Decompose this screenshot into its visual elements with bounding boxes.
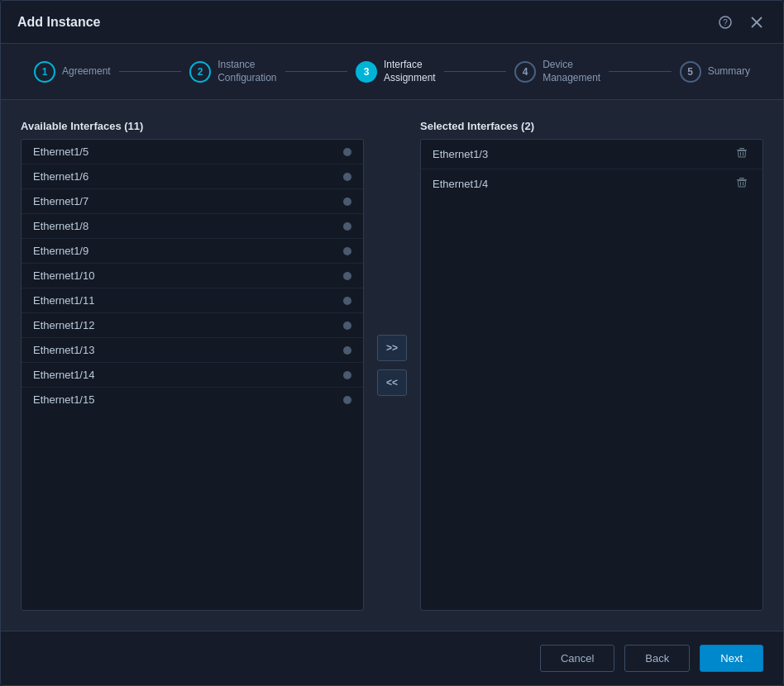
list-item[interactable]: Ethernet1/7 bbox=[22, 189, 363, 214]
interface-name: Ethernet1/11 bbox=[33, 294, 94, 307]
svg-rect-5 bbox=[739, 148, 744, 149]
step-1-label: Agreement bbox=[62, 65, 111, 79]
step-1[interactable]: 1 Agreement bbox=[34, 61, 111, 83]
selected-panel-title: Selected Interfaces (2) bbox=[420, 120, 763, 132]
step-5-label: Summary bbox=[708, 65, 750, 79]
list-item[interactable]: Ethernet1/3 bbox=[421, 140, 762, 169]
connector-2-3 bbox=[285, 71, 347, 72]
selected-panel: Selected Interfaces (2) Ethernet1/3 Ethe… bbox=[420, 120, 763, 611]
dot-indicator bbox=[343, 346, 351, 355]
step-3-label: InterfaceAssignment bbox=[384, 59, 436, 84]
list-item[interactable]: Ethernet1/5 bbox=[22, 140, 363, 164]
step-3-number: 3 bbox=[356, 61, 377, 83]
interface-name: Ethernet1/8 bbox=[33, 220, 88, 232]
dot-indicator bbox=[343, 148, 351, 156]
wizard-steps: 1 Agreement 2 InstanceConfiguration 3 In… bbox=[1, 44, 783, 100]
interface-name: Ethernet1/14 bbox=[33, 369, 94, 381]
svg-rect-9 bbox=[739, 178, 744, 179]
add-all-button[interactable]: >> bbox=[377, 335, 407, 361]
list-item[interactable]: Ethernet1/14 bbox=[22, 363, 363, 388]
list-item[interactable]: Ethernet1/11 bbox=[22, 288, 363, 313]
add-instance-modal: Add Instance ? 1 Agreement bbox=[0, 0, 784, 686]
interface-panels: Available Interfaces (11) Ethernet1/5 Et… bbox=[21, 120, 763, 611]
selected-interfaces-list[interactable]: Ethernet1/3 Ethernet1/4 bbox=[420, 139, 763, 611]
modal-footer: Cancel Back Next bbox=[1, 631, 783, 685]
dot-indicator bbox=[343, 247, 351, 255]
available-interfaces-list[interactable]: Ethernet1/5 Ethernet1/6 Ethernet1/7 Ethe… bbox=[21, 139, 364, 611]
interface-name: Ethernet1/6 bbox=[33, 170, 88, 183]
connector-3-4 bbox=[444, 71, 506, 72]
dot-indicator bbox=[343, 396, 351, 404]
header-icons: ? bbox=[715, 12, 767, 32]
dot-indicator bbox=[343, 222, 351, 231]
list-item[interactable]: Ethernet1/4 bbox=[421, 169, 762, 198]
step-3[interactable]: 3 InterfaceAssignment bbox=[356, 59, 436, 84]
transfer-controls: >> << bbox=[364, 120, 420, 611]
step-2[interactable]: 2 InstanceConfiguration bbox=[189, 59, 276, 84]
dot-indicator bbox=[343, 322, 351, 330]
step-4[interactable]: 4 DeviceManagement bbox=[514, 59, 600, 84]
remove-icon[interactable] bbox=[733, 175, 751, 193]
step-1-number: 1 bbox=[34, 61, 55, 83]
step-5[interactable]: 5 Summary bbox=[680, 61, 750, 83]
list-item[interactable]: Ethernet1/6 bbox=[22, 164, 363, 189]
dot-indicator bbox=[343, 297, 351, 305]
back-button[interactable]: Back bbox=[624, 645, 690, 672]
connector-1-2 bbox=[119, 71, 181, 72]
modal-title: Add Instance bbox=[17, 15, 100, 30]
step-4-number: 4 bbox=[514, 61, 536, 83]
interface-name: Ethernet1/13 bbox=[33, 344, 94, 356]
list-item[interactable]: Ethernet1/12 bbox=[22, 313, 363, 338]
interface-name: Ethernet1/3 bbox=[433, 148, 488, 160]
available-panel-title: Available Interfaces (11) bbox=[21, 120, 364, 132]
interface-name: Ethernet1/12 bbox=[33, 319, 94, 331]
help-button[interactable]: ? bbox=[715, 12, 735, 32]
next-button[interactable]: Next bbox=[700, 645, 763, 672]
list-item[interactable]: Ethernet1/9 bbox=[22, 239, 363, 264]
step-2-number: 2 bbox=[189, 61, 211, 83]
remove-all-button[interactable]: << bbox=[377, 369, 407, 396]
interface-name: Ethernet1/5 bbox=[33, 145, 88, 158]
dot-indicator bbox=[343, 272, 351, 280]
modal-header: Add Instance ? bbox=[1, 1, 783, 44]
interface-name: Ethernet1/10 bbox=[33, 269, 94, 282]
list-item[interactable]: Ethernet1/10 bbox=[22, 264, 363, 288]
remove-icon[interactable] bbox=[733, 145, 751, 163]
interface-name: Ethernet1/15 bbox=[33, 393, 94, 406]
dot-indicator bbox=[343, 198, 351, 206]
interface-name: Ethernet1/7 bbox=[33, 195, 88, 207]
svg-text:?: ? bbox=[723, 18, 728, 27]
connector-4-5 bbox=[609, 71, 671, 72]
dot-indicator bbox=[343, 371, 351, 379]
close-button[interactable] bbox=[747, 12, 767, 32]
cancel-button[interactable]: Cancel bbox=[540, 645, 614, 672]
step-4-label: DeviceManagement bbox=[543, 59, 600, 84]
interface-name: Ethernet1/9 bbox=[33, 245, 88, 257]
step-5-number: 5 bbox=[680, 61, 701, 83]
step-2-label: InstanceConfiguration bbox=[218, 59, 276, 84]
interface-name: Ethernet1/4 bbox=[433, 178, 488, 190]
list-item[interactable]: Ethernet1/8 bbox=[22, 214, 363, 239]
list-item[interactable]: Ethernet1/15 bbox=[22, 388, 363, 412]
dot-indicator bbox=[343, 173, 351, 181]
list-item[interactable]: Ethernet1/13 bbox=[22, 338, 363, 363]
available-panel: Available Interfaces (11) Ethernet1/5 Et… bbox=[21, 120, 364, 611]
modal-body: Available Interfaces (11) Ethernet1/5 Et… bbox=[1, 100, 783, 631]
